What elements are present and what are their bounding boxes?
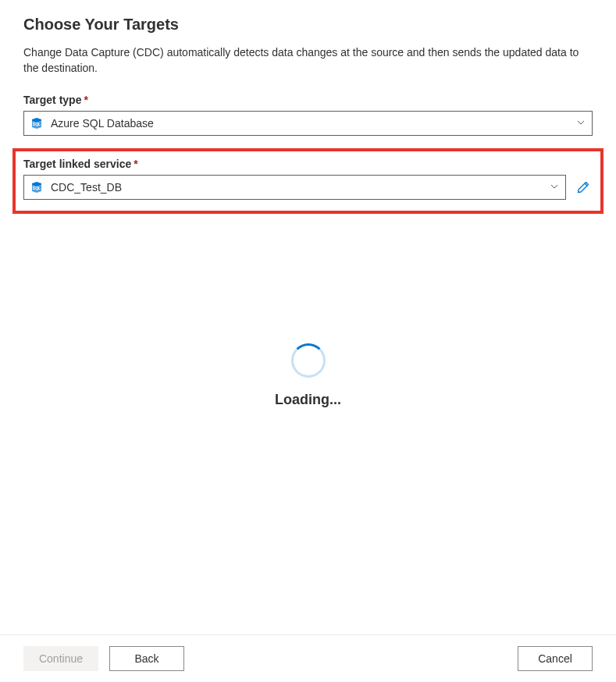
target-type-label: Target type* [23, 94, 593, 106]
target-type-dropdown[interactable]: SQL Azure SQL Database [23, 111, 593, 136]
target-type-value: Azure SQL Database [51, 117, 576, 130]
linked-service-highlight: Target linked service* SQL CDC_Test_DB [12, 148, 604, 214]
linked-service-dropdown[interactable]: SQL CDC_Test_DB [23, 175, 566, 200]
required-asterisk: * [84, 94, 87, 106]
edit-linked-service-button[interactable] [574, 178, 593, 197]
page-description: Change Data Capture (CDC) automatically … [23, 44, 593, 76]
target-type-label-text: Target type [23, 94, 81, 106]
continue-button: Continue [23, 646, 98, 671]
linked-service-value: CDC_Test_DB [51, 181, 550, 194]
azure-sql-icon: SQL [30, 181, 43, 194]
back-button[interactable]: Back [109, 646, 184, 671]
chevron-down-icon [576, 117, 586, 130]
footer-bar: Continue Back Cancel [0, 634, 616, 682]
spinner-icon [291, 343, 326, 378]
linked-service-label: Target linked service* [23, 158, 593, 170]
svg-text:SQL: SQL [33, 186, 41, 190]
page-title: Choose Your Targets [23, 16, 593, 34]
linked-service-field: Target linked service* SQL CDC_Test_DB [23, 158, 593, 200]
target-type-field: Target type* SQL Azure SQL Database [23, 94, 593, 136]
linked-service-label-text: Target linked service [23, 158, 131, 170]
azure-sql-icon: SQL [30, 117, 43, 130]
cancel-button[interactable]: Cancel [518, 646, 593, 671]
chevron-down-icon [550, 181, 559, 194]
loading-text: Loading... [0, 392, 616, 408]
svg-text:SQL: SQL [33, 122, 41, 126]
required-asterisk: * [134, 158, 137, 170]
loading-indicator: Loading... [0, 343, 616, 408]
pencil-icon [576, 180, 590, 194]
